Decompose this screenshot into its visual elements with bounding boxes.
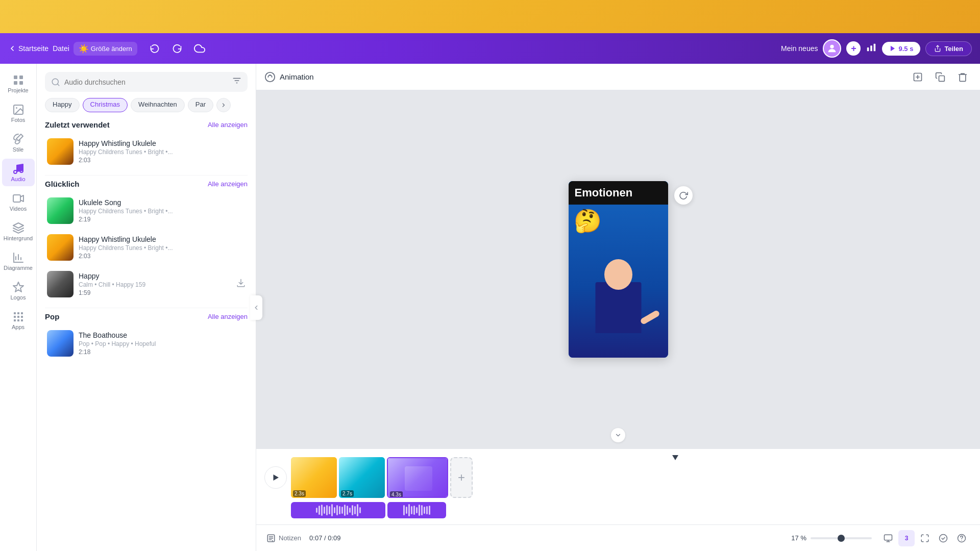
- search-input[interactable]: [64, 78, 228, 86]
- sidebar-label-logos: Logos: [11, 294, 26, 300]
- video-preview[interactable]: Emotionen 🤔: [569, 181, 668, 358]
- sidebar-item-logos[interactable]: Logos: [2, 277, 35, 305]
- download-icon: [236, 279, 246, 288]
- add-button[interactable]: +: [846, 41, 861, 56]
- undo-icon: [150, 43, 160, 54]
- redo-button[interactable]: [168, 39, 186, 58]
- add-content-button[interactable]: [909, 68, 927, 86]
- sidebar-label-projekte: Projekte: [8, 87, 28, 93]
- more-tags-button[interactable]: [216, 98, 231, 112]
- resize-button[interactable]: ☀️ Größe ändern: [74, 42, 137, 56]
- preview-container: Emotionen 🤔: [569, 181, 668, 358]
- svg-rect-24: [21, 319, 23, 321]
- svg-rect-19: [14, 316, 16, 318]
- audio-wave-1[interactable]: [291, 502, 385, 518]
- time-separator: /: [322, 534, 328, 542]
- filter-button[interactable]: [232, 76, 241, 88]
- track-happy[interactable]: Happy Calm • Chill • Happy 159 1:59: [45, 267, 248, 302]
- recently-used-title: Zuletzt verwendet: [45, 120, 110, 129]
- svg-rect-22: [14, 319, 16, 321]
- search-bar: [45, 72, 248, 92]
- recently-used-see-all[interactable]: Alle anzeigen: [208, 121, 248, 129]
- sidebar-item-stile[interactable]: Stile: [2, 129, 35, 157]
- add-icon: [913, 72, 923, 82]
- avatar[interactable]: [823, 39, 841, 58]
- sidebar-item-apps[interactable]: Apps: [2, 307, 35, 334]
- add-clip-button[interactable]: +: [450, 457, 473, 498]
- video-clip-1[interactable]: 2.3s: [291, 457, 337, 498]
- pop-see-all[interactable]: Alle anzeigen: [208, 313, 248, 320]
- cloud-icon: [194, 43, 205, 54]
- video-clip-2[interactable]: 2.7s: [339, 457, 385, 498]
- tag-weihnachten[interactable]: Weihnachten: [131, 98, 185, 112]
- wave-pattern-2: [399, 502, 434, 518]
- tag-christmas[interactable]: Christmas: [83, 98, 128, 112]
- image-icon: [12, 104, 24, 116]
- sidebar-item-fotos[interactable]: Fotos: [2, 99, 35, 127]
- animation-text: Animation: [280, 72, 314, 81]
- video-clip-3[interactable]: 4.3s: [387, 457, 448, 498]
- svg-point-0: [830, 45, 834, 48]
- zoom-slider[interactable]: [811, 537, 872, 539]
- fullscreen-button[interactable]: [917, 530, 933, 546]
- track-ukulele-song[interactable]: Ukulele Song Happy Childrens Tunes • Bri…: [45, 193, 248, 228]
- timeline-tracks: 2.3s 2.7s: [264, 457, 972, 498]
- divider-2: [45, 308, 248, 308]
- check-circle-icon: [939, 534, 948, 543]
- monitor-icon: [884, 534, 893, 543]
- chevron-left-panel-icon: [253, 304, 260, 311]
- track-happy-whistling-2[interactable]: Happy Whistling Ukulele Happy Childrens …: [45, 230, 248, 265]
- tag-par[interactable]: Par: [188, 98, 213, 112]
- pop-title: Pop: [45, 312, 59, 321]
- play-control-button[interactable]: [264, 466, 287, 489]
- sidebar-item-videos[interactable]: Videos: [2, 188, 35, 216]
- track-info: The Boathouse Pop • Pop • Happy • Hopefu…: [79, 331, 246, 356]
- collapse-timeline-button[interactable]: [611, 428, 625, 442]
- glucklich-see-all[interactable]: Alle anzeigen: [208, 180, 248, 188]
- audio-wave-2[interactable]: [387, 502, 446, 518]
- page-view-button[interactable]: 3: [898, 530, 915, 546]
- desktop-view-button[interactable]: [880, 530, 896, 546]
- undo-button[interactable]: [145, 39, 164, 58]
- track-happy-whistling-recent[interactable]: Happy Whistling Ukulele Happy Childrens …: [45, 134, 248, 169]
- canvas-viewport: Emotionen 🤔: [256, 90, 980, 448]
- notes-section[interactable]: Notizen: [266, 534, 301, 543]
- share-button[interactable]: Teilen: [925, 41, 972, 56]
- zoom-thumb: [838, 535, 845, 542]
- cloud-save-button[interactable]: [190, 39, 209, 58]
- svg-rect-2: [871, 45, 873, 51]
- collapse-panel-button[interactable]: [250, 295, 262, 320]
- track-boathouse[interactable]: The Boathouse Pop • Pop • Happy • Hopefu…: [45, 326, 248, 361]
- track-info: Ukulele Song Happy Childrens Tunes • Bri…: [79, 198, 246, 223]
- refresh-button[interactable]: [674, 186, 693, 205]
- track-info: Happy Whistling Ukulele Happy Childrens …: [79, 139, 246, 164]
- check-button[interactable]: [935, 530, 951, 546]
- track-thumb: [47, 234, 74, 261]
- zoom-label: 17 %: [791, 534, 806, 542]
- brush-icon: [12, 133, 24, 145]
- time-current: 0:07: [309, 534, 322, 542]
- sidebar-item-diagramme[interactable]: Diagramme: [2, 247, 35, 275]
- sidebar-item-projekte[interactable]: Projekte: [2, 70, 35, 97]
- sidebar-item-audio[interactable]: Audio: [2, 159, 35, 186]
- delete-button[interactable]: [953, 68, 972, 86]
- svg-rect-9: [19, 81, 23, 85]
- svg-rect-8: [14, 81, 17, 85]
- file-menu[interactable]: Datei: [53, 44, 69, 53]
- stats-button[interactable]: [866, 42, 877, 56]
- help-button[interactable]: [953, 530, 970, 546]
- copy-button[interactable]: [931, 68, 949, 86]
- sidebar-item-hintergrund[interactable]: Hintergrund: [2, 218, 35, 245]
- tag-happy[interactable]: Happy: [45, 98, 80, 112]
- header-right: Mein neues + 9.5 s: [781, 39, 972, 58]
- sidebar-label-stile: Stile: [13, 146, 23, 153]
- download-button[interactable]: [236, 279, 246, 290]
- sidebar-label-hintergrund: Hintergrund: [4, 235, 33, 241]
- resize-label: Größe ändern: [91, 45, 132, 53]
- top-banner: [0, 0, 980, 33]
- play-preview-button[interactable]: 9.5 s: [882, 42, 920, 56]
- canvas-container: Animation: [256, 64, 980, 551]
- svg-rect-18: [21, 312, 23, 314]
- home-button[interactable]: Startseite: [8, 44, 48, 53]
- video-icon: [12, 192, 24, 205]
